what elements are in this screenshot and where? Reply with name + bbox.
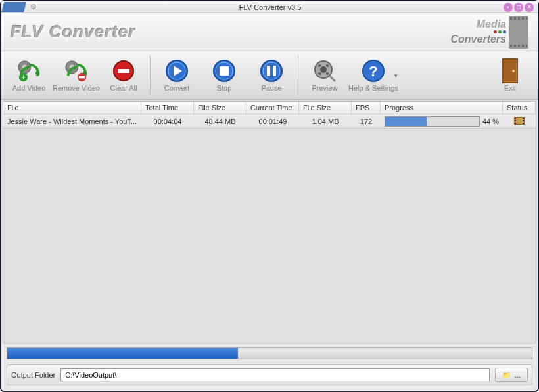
cell-status: [503, 117, 536, 126]
preview-icon: [313, 59, 337, 83]
svg-point-21: [318, 64, 321, 67]
minimize-button[interactable]: ▪: [504, 3, 513, 12]
preview-button[interactable]: Preview: [301, 53, 348, 98]
table-body: Jessie Ware - Wildest Moments - YouT... …: [3, 114, 536, 343]
titlebar[interactable]: ⚙ FLV Converter v3.5 ▪ ◻ ✕: [1, 1, 538, 13]
cell-progress: 44 %: [381, 116, 503, 127]
svg-rect-9: [118, 69, 129, 73]
svg-point-15: [261, 60, 282, 81]
svg-rect-17: [267, 66, 270, 76]
stop-icon: [212, 59, 236, 83]
svg-point-23: [318, 72, 321, 75]
col-total-time[interactable]: Total Time: [141, 102, 194, 114]
col-status[interactable]: Status: [503, 102, 536, 114]
app-logo-text: FLV Converter: [11, 22, 136, 42]
file-table: File Total Time File Size Current Time F…: [1, 100, 538, 345]
brand-logo: Media Converters: [451, 18, 506, 45]
svg-point-29: [512, 70, 515, 72]
maximize-button[interactable]: ◻: [514, 3, 523, 12]
svg-point-20: [320, 66, 327, 73]
system-menu-icon[interactable]: ⚙: [30, 3, 37, 11]
remove-video-button[interactable]: Remove Video: [53, 53, 100, 98]
svg-point-22: [326, 64, 329, 67]
stop-button[interactable]: Stop: [200, 53, 248, 98]
svg-point-24: [326, 72, 329, 75]
cell-file-size2: 1.04 MB: [299, 118, 352, 125]
folder-icon: 📁: [502, 371, 511, 380]
row-progress-bar: [385, 116, 480, 127]
row-progress-label: 44 %: [482, 118, 499, 125]
toolbar: + Add Video Remove Video Clear All Conve…: [1, 51, 538, 100]
cell-fps: 172: [352, 118, 381, 125]
output-folder-label: Output Folder: [11, 371, 55, 379]
table-header: File Total Time File Size Current Time F…: [3, 101, 536, 114]
app-window: ⚙ FLV Converter v3.5 ▪ ◻ ✕ FLV Converter…: [0, 0, 539, 392]
header-logo-bar: FLV Converter Media Converters: [1, 13, 538, 51]
table-row[interactable]: Jessie Ware - Wildest Moments - YouT... …: [3, 114, 536, 129]
pause-button[interactable]: Pause: [248, 53, 295, 98]
cell-current-time: 00:01:49: [246, 118, 299, 125]
svg-rect-7: [79, 76, 85, 78]
browse-button[interactable]: 📁 ...: [495, 368, 528, 382]
play-icon: [165, 59, 189, 83]
col-current-time[interactable]: Current Time: [246, 102, 299, 114]
cell-file-size: 48.44 MB: [194, 118, 246, 125]
exit-button[interactable]: Exit: [486, 53, 534, 98]
col-progress[interactable]: Progress: [381, 102, 503, 114]
col-fps[interactable]: FPS: [352, 102, 381, 114]
overall-progress-bar: [7, 347, 532, 359]
cell-file: Jessie Ware - Wildest Moments - YouT...: [3, 118, 141, 125]
help-icon: ?: [362, 59, 385, 83]
col-file[interactable]: File: [3, 102, 141, 114]
add-video-icon: +: [17, 59, 41, 83]
output-folder-input[interactable]: [60, 368, 490, 381]
exit-icon: [498, 59, 522, 83]
output-folder-row: Output Folder 📁 ...: [7, 364, 532, 385]
pause-icon: [260, 59, 283, 83]
help-settings-button[interactable]: ? Help & Settings: [348, 53, 398, 98]
svg-rect-14: [220, 66, 229, 76]
col-file-size[interactable]: File Size: [194, 102, 246, 114]
add-video-button[interactable]: + Add Video: [5, 53, 53, 98]
convert-button[interactable]: Convert: [153, 53, 200, 98]
svg-text:+: +: [21, 73, 26, 81]
converting-status-icon: [514, 117, 525, 125]
cell-total-time: 00:04:04: [141, 118, 194, 125]
close-button[interactable]: ✕: [525, 3, 534, 12]
clear-all-icon: [112, 59, 135, 83]
window-title: FLV Converter v3.5: [37, 3, 504, 11]
svg-text:?: ?: [369, 63, 377, 79]
svg-rect-18: [273, 66, 276, 76]
remove-video-icon: [64, 59, 88, 83]
col-file-size2[interactable]: File Size: [299, 102, 352, 114]
film-strip-icon: [509, 16, 528, 49]
help-dropdown-arrow[interactable]: ▾: [394, 72, 398, 79]
clear-all-button[interactable]: Clear All: [100, 53, 147, 98]
titlebar-stripes: [1, 2, 25, 12]
